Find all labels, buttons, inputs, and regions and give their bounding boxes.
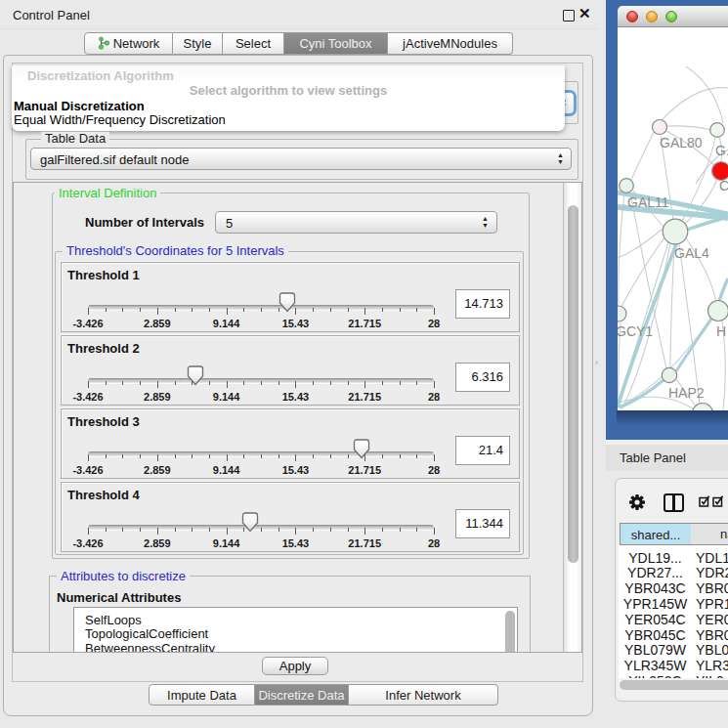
svg-text:HAP2: HAP2 [668,385,705,401]
svg-text:GCY1: GCY1 [618,323,653,339]
svg-text:GAL80: GAL80 [660,135,703,150]
svg-text:C: C [719,178,728,193]
svg-text:H: H [716,323,726,339]
svg-text:G.: G. [715,143,728,158]
svg-text:GAL4: GAL4 [674,245,709,261]
svg-text:GAL11: GAL11 [627,194,669,210]
